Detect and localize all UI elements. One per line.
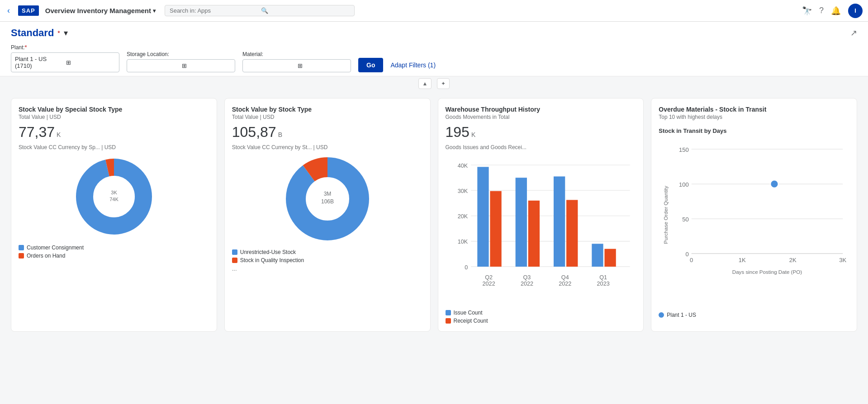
back-button[interactable]: ‹ [5,4,12,17]
plant-copy-icon[interactable]: ⊞ [66,59,115,66]
legend-item: Receipt Count [446,318,636,324]
svg-rect-22 [553,176,564,267]
card-special-stock: Stock Value by Special Stock Type Total … [11,98,217,332]
svg-text:Q2: Q2 [485,274,493,281]
page-title: Standard [11,27,54,39]
svg-text:Q1: Q1 [599,274,607,281]
nav-dropdown-icon[interactable]: ▾ [153,8,156,14]
legend-item: Stock in Quality Inspection [232,257,423,263]
adapt-filters-button[interactable]: Adapt Filters (1) [390,58,436,72]
svg-text:74K: 74K [109,197,119,202]
storage-input[interactable]: ⊞ [127,59,235,72]
card1-value: 77,37 K [19,124,209,141]
legend-color [446,310,451,315]
search-bar[interactable]: Search in: Apps 🔍 [165,5,355,16]
filter-pin-button[interactable]: ✦ [437,78,450,89]
svg-rect-25 [604,249,616,267]
subheader: Standard * ▾ ↗ Plant:* Plant 1 - US (171… [0,22,868,76]
material-label: Material: [242,51,351,57]
legend-color [232,249,237,255]
card2-legend: Unrestricted-Use Stock Stock in Quality … [232,249,423,272]
svg-text:3M: 3M [323,191,331,197]
card3-bar-chart: 40K 30K 20K 10K 0 Q2 2022 [446,152,636,306]
svg-text:50: 50 [683,216,689,223]
card-stock-type: Stock Value by Stock Type Total Value | … [224,98,431,332]
card1-donut-chart: 3K 74K [19,156,209,237]
card3-chart-title: Goods Issues and Goods Recei... [446,144,636,150]
title-dropdown-icon[interactable]: ▾ [64,28,68,38]
card2-chart-label: Stock Value CC Currency by St... | USD [232,144,423,150]
card4-chart: 150 100 50 0 Purchase Order Quantity 0 1… [659,136,849,308]
plant-filter: Plant:* Plant 1 - US (1710) ⊞ [11,44,119,72]
card2-donut-chart: 3M 106B [232,156,423,242]
card3-value: 195 K [446,124,636,141]
user-avatar[interactable]: I [848,4,863,18]
sap-logo: SAP [18,5,39,16]
card3-title: Warehouse Throughput History [446,106,636,113]
svg-text:100: 100 [679,181,689,188]
svg-text:2022: 2022 [559,281,571,287]
svg-rect-18 [477,167,489,267]
svg-text:150: 150 [679,146,689,153]
svg-text:2023: 2023 [597,281,609,287]
svg-text:Days since Posting Date (PO): Days since Posting Date (PO) [732,269,802,275]
svg-text:Q3: Q3 [523,274,531,281]
legend-label: Unrestricted-Use Stock [240,249,296,255]
svg-text:10K: 10K [457,239,468,245]
legend-label: Issue Count [454,310,483,316]
card4-subtitle: Top 10 with highest delays [659,114,849,120]
card4-title: Overdue Materials - Stock in Transit [659,106,849,113]
storage-label: Storage Location: [127,51,235,57]
page-title-row: Standard * ▾ ↗ [11,27,857,39]
card-warehouse-throughput: Warehouse Throughput History Goods Movem… [438,98,644,332]
svg-text:3K: 3K [839,257,846,263]
go-button[interactable]: Go [358,58,383,72]
svg-text:0: 0 [465,264,468,271]
card4-legend: Plant 1 - US [659,312,849,318]
svg-text:3K: 3K [111,190,117,195]
legend-item: Orders on Hand [19,253,209,259]
card1-title: Stock Value by Special Stock Type [19,106,209,113]
export-icon[interactable]: ↗ [850,28,857,38]
help-icon[interactable]: ? [819,6,824,15]
card3-legend: Issue Count Receipt Count [446,310,636,324]
card1-chart-label: Stock Value CC Currency by Sp... | USD [19,144,209,150]
legend-label: Receipt Count [454,318,488,324]
material-input[interactable]: ⊞ [242,59,351,72]
material-filter: Material: ⊞ [242,51,351,72]
legend-color [659,312,664,318]
card2-value: 105,87 B [232,124,423,141]
svg-text:1K: 1K [739,257,746,263]
svg-rect-19 [490,191,501,267]
bell-icon[interactable]: 🔔 [831,6,841,16]
card3-subtitle: Goods Movements in Total [446,114,636,120]
plant-input[interactable]: Plant 1 - US (1710) ⊞ [11,52,119,72]
legend-item: Plant 1 - US [659,312,849,318]
legend-label: Stock in Quality Inspection [240,257,304,263]
svg-text:30K: 30K [457,188,468,194]
svg-text:40K: 40K [457,163,468,169]
storage-copy-icon[interactable]: ⊞ [182,62,231,69]
svg-text:2022: 2022 [482,281,495,287]
legend-item: Issue Count [446,310,636,316]
search-icon[interactable]: 🔍 [261,7,350,14]
svg-text:106B: 106B [321,198,334,205]
legend-label: Orders on Hand [27,253,65,259]
binoculars-icon[interactable]: 🔭 [802,6,812,16]
card4-chart-title: Stock in Transit by Days [659,127,849,134]
collapse-filters-button[interactable]: ▲ [418,78,432,89]
card1-legend: Customer Consignment Orders on Hand [19,244,209,259]
legend-color [19,253,24,258]
main-content: Stock Value by Special Stock Type Total … [0,91,868,339]
legend-color [232,258,237,263]
filters-row: Plant:* Plant 1 - US (1710) ⊞ Storage Lo… [11,44,857,72]
legend-color [446,318,451,324]
nav-icons: 🔭 ? 🔔 I [802,4,863,18]
svg-point-43 [770,180,778,188]
svg-text:Purchase Order Quantity: Purchase Order Quantity [663,186,669,244]
top-navigation: ‹ SAP Overview Inventory Management ▾ Se… [0,0,868,22]
svg-text:2022: 2022 [520,281,533,287]
svg-text:2K: 2K [789,257,797,263]
svg-text:0: 0 [690,257,693,263]
material-copy-icon[interactable]: ⊞ [298,62,347,69]
